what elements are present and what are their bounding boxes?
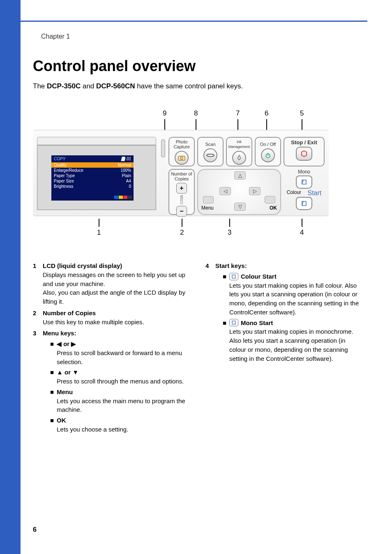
colour-label: Colour [287, 189, 301, 197]
control-panel-diagram: 9 8 7 6 5 COPY📄 01 QualityNormal Enlarge… [33, 107, 329, 238]
desc-4-s2-text: Lets you start making copies in monochro… [229, 327, 362, 363]
ok-key[interactable] [265, 196, 275, 203]
desc-2-num: 2 [33, 309, 43, 327]
callout-2: 2 [180, 229, 184, 237]
desc-3-s2-label: ▲ or ▼ [57, 368, 78, 377]
svg-point-1 [180, 157, 183, 159]
lcd: COPY📄 01 QualityNormal Enlarge/Reduce100… [37, 137, 156, 210]
desc-2: 2 Number of Copies Use this key to make … [33, 309, 189, 327]
onoff-label: On / Off [256, 138, 280, 147]
desc-3-s3-text: Lets you access the main menu to program… [57, 397, 189, 415]
desc-4-s2-label: Mono Start [241, 319, 273, 328]
desc-4-s1-text: Lets you start making copies in full col… [229, 281, 362, 317]
svg-rect-9 [232, 321, 235, 324]
callout-4: 4 [300, 229, 304, 237]
copies-label: Number of Copies [169, 170, 194, 181]
intro-pre: The [33, 82, 47, 90]
desc-3-s1-text: Press to scroll backward or forward to a… [57, 349, 189, 367]
callouts-bottom: 1 2 3 4 [33, 219, 329, 239]
photo-capture-label: Photo Capture [169, 138, 194, 149]
menu-key-label: Menu [201, 205, 214, 211]
lcd-r1a: Quality [54, 163, 67, 167]
minus-icon[interactable]: − [176, 206, 187, 217]
stop-icon [296, 147, 312, 161]
callout-9: 9 [163, 109, 166, 118]
stop-key[interactable]: Stop / Exit [284, 137, 325, 166]
arrow-down-key[interactable]: ▽ [234, 203, 246, 211]
intro-mid: and [81, 82, 96, 90]
lcd-r4b: A4 [126, 179, 131, 183]
callout-6: 6 [265, 109, 268, 118]
lcd-r1b: Normal [118, 163, 131, 167]
lcd-r3a: Paper Type [54, 173, 75, 178]
desc-2-title: Number of Copies [43, 309, 189, 318]
lcd-r2a: Enlarge/Reduce [54, 168, 83, 173]
ink-key[interactable]: Ink Management [226, 137, 252, 166]
mono-start-key[interactable] [296, 175, 312, 189]
lcd-r5b: 0 [129, 184, 131, 189]
model-1: DCP-350C [47, 82, 81, 90]
start-keys: Mono Colour Start [284, 169, 325, 215]
arrow-left-key[interactable]: ◁ [219, 187, 231, 195]
desc-3-s3-label: Menu [57, 388, 73, 397]
lcd-r4a: Paper Size [54, 179, 74, 183]
desc-3: 3 Menu keys: ■◀ or ▶ Press to scroll bac… [33, 329, 189, 435]
lcd-count: 📄 01 [120, 157, 131, 161]
page-number: 6 [33, 526, 37, 533]
ink-label: Ink Management [227, 138, 251, 149]
scan-icon [203, 148, 217, 162]
dpad: △ ▽ ◁ ▷ [219, 170, 261, 212]
arrow-right-key[interactable]: ▷ [249, 187, 261, 195]
svg-point-2 [207, 154, 214, 157]
ink-drop-icon [232, 151, 246, 165]
panel-body: COPY📄 01 QualityNormal Enlarge/Reduce100… [33, 130, 329, 216]
copies-key[interactable]: Number of Copies + − [168, 169, 195, 215]
colour-start-key[interactable] [296, 197, 312, 210]
svg-rect-8 [232, 275, 235, 278]
onoff-key[interactable]: On / Off [255, 137, 281, 166]
callouts-top: 9 8 7 6 5 [33, 107, 329, 132]
lcd-title: COPY [54, 157, 65, 161]
side-tab [0, 0, 21, 554]
lcd-r2b: 100% [120, 168, 131, 173]
scan-key[interactable]: Scan [197, 137, 224, 166]
copies-bar [180, 195, 183, 204]
page-title: Control panel overview [33, 58, 196, 75]
callout-5: 5 [300, 109, 304, 118]
callout-7: 7 [236, 109, 240, 118]
arrow-up-key[interactable]: △ [234, 171, 246, 180]
desc-4: 4 Start keys: ■ Colour Start Lets you st… [205, 261, 362, 365]
menu-key[interactable] [203, 196, 214, 203]
desc-3-title: Menu keys: [43, 329, 189, 338]
model-2: DCP-560CN [96, 82, 135, 90]
intro-text: The DCP-350C and DCP-560CN have the same… [33, 82, 243, 90]
plus-icon[interactable]: + [176, 183, 187, 194]
lcd-r3b: Plain [122, 173, 131, 178]
power-icon [261, 148, 275, 162]
desc-1-num: 1 [33, 261, 43, 306]
chapter-label: Chapter 1 [41, 33, 70, 40]
photo-capture-key[interactable]: Photo Capture [168, 137, 195, 166]
callout-8: 8 [194, 109, 198, 118]
desc-1: 1 LCD (liquid crystal display) Displays … [33, 261, 189, 306]
desc-3-num: 3 [33, 329, 43, 435]
mono-label: Mono [284, 169, 325, 175]
desc-4-title: Start keys: [215, 261, 362, 270]
desc-3-s4-label: OK [57, 416, 66, 425]
scan-label: Scan [198, 138, 223, 147]
desc-1-title: LCD (liquid crystal display) [43, 261, 189, 270]
callout-3: 3 [228, 229, 231, 237]
lcd-angle-slider [161, 139, 165, 157]
callout-1: 1 [97, 229, 101, 237]
desc-1-p2: Also, you can adjust the angle of the LC… [43, 288, 189, 306]
desc-3-s1-label: ◀ or ▶ [57, 339, 76, 349]
start-label: Start [307, 189, 321, 197]
camera-icon [175, 151, 189, 165]
lcd-screen: COPY📄 01 QualityNormal Enlarge/Reduce100… [51, 155, 134, 201]
desc-4-s1-label: Colour Start [241, 272, 277, 281]
desc-3-s4-text: Lets you choose a setting. [57, 425, 189, 434]
colour-start-icon [229, 273, 238, 280]
desc-2-p1: Use this key to make multiple copies. [43, 318, 189, 327]
top-rule [21, 21, 367, 22]
intro-post: have the same control panel keys. [135, 82, 243, 90]
